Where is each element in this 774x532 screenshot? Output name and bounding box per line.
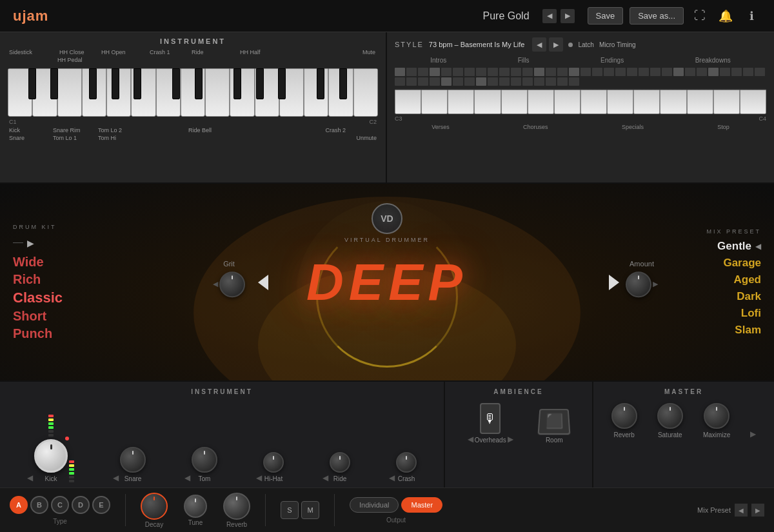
key-b-4[interactable]	[112, 68, 119, 99]
type-btn-a[interactable]: A	[10, 496, 28, 514]
tune-knob[interactable]	[184, 495, 207, 518]
kick-left-arrow[interactable]: ◀	[27, 473, 33, 482]
instrument-keyboard[interactable]	[8, 68, 378, 117]
key-w-3[interactable]	[57, 68, 82, 117]
style-cell[interactable]	[697, 68, 707, 76]
style-prev-button[interactable]: ◀	[532, 37, 546, 52]
style-cell[interactable]	[430, 77, 440, 86]
overheads-left-arrow[interactable]: ◀	[468, 435, 473, 444]
amount-right-arrow[interactable]: ▶	[653, 280, 658, 288]
key-b-7[interactable]	[195, 68, 203, 99]
mix-preset-prev-button[interactable]: ◀	[735, 504, 748, 517]
style-cell[interactable]	[720, 68, 730, 76]
mix-item-lofi[interactable]: Lofi	[741, 307, 761, 320]
style-key-w[interactable]	[501, 90, 528, 114]
style-cell[interactable]	[650, 68, 660, 76]
style-cell[interactable]	[453, 68, 463, 76]
key-b-9[interactable]	[256, 68, 264, 99]
key-b-8[interactable]	[233, 68, 241, 99]
crash-knob[interactable]	[396, 452, 417, 473]
style-cell[interactable]	[557, 68, 568, 76]
style-cell[interactable]	[464, 77, 475, 86]
style-cell[interactable]	[755, 68, 765, 76]
crash-left-arrow[interactable]: ◀	[389, 473, 395, 482]
style-cell[interactable]	[685, 68, 695, 76]
key-b-11[interactable]	[317, 68, 324, 99]
style-cell[interactable]	[522, 68, 533, 76]
ride-knob[interactable]	[330, 452, 350, 473]
overheads-right-arrow[interactable]: ▶	[508, 435, 513, 444]
output-master-button[interactable]: Master	[401, 497, 442, 513]
mix-item-slam[interactable]: Slam	[735, 324, 761, 337]
style-cell[interactable]	[534, 77, 544, 86]
style-cell[interactable]	[511, 77, 521, 86]
mute-button[interactable]: M	[301, 501, 319, 519]
style-cell[interactable]	[476, 77, 486, 86]
style-cell[interactable]	[662, 68, 672, 76]
type-btn-b[interactable]: B	[30, 496, 48, 514]
style-key-w[interactable]	[395, 90, 421, 114]
style-cell[interactable]	[522, 77, 533, 86]
style-cell[interactable]	[546, 68, 556, 76]
key-b-6[interactable]	[172, 68, 180, 99]
style-cell[interactable]	[731, 68, 742, 76]
triangle-right-arrow[interactable]	[609, 275, 619, 290]
style-cell[interactable]	[569, 77, 579, 86]
style-cell[interactable]	[441, 77, 452, 86]
key-b-12[interactable]	[339, 68, 347, 99]
mix-item-garage[interactable]: Garage	[723, 257, 761, 270]
style-key-w[interactable]	[421, 90, 448, 114]
save-as-button[interactable]: Save as...	[630, 7, 684, 25]
style-cell[interactable]	[406, 77, 417, 86]
tom-knob[interactable]	[192, 447, 217, 473]
style-cell[interactable]	[743, 68, 753, 76]
hihat-left-arrow[interactable]: ◀	[256, 473, 262, 482]
style-cell[interactable]	[604, 68, 614, 76]
type-btn-e[interactable]: E	[92, 496, 110, 514]
style-key-w[interactable]	[474, 90, 501, 114]
style-cell[interactable]	[395, 77, 405, 86]
style-cell[interactable]	[511, 68, 521, 76]
style-cell[interactable]	[488, 77, 498, 86]
notification-button[interactable]: 🔔	[716, 6, 735, 26]
preset-next-button[interactable]: ▶	[561, 9, 575, 23]
style-cell[interactable]	[499, 68, 510, 76]
preset-prev-button[interactable]: ◀	[542, 9, 557, 23]
style-cell[interactable]	[488, 68, 498, 76]
master-maximize-knob[interactable]	[704, 403, 729, 429]
type-btn-c[interactable]: C	[51, 496, 69, 514]
micro-timing-button[interactable]: Micro Timing	[599, 41, 636, 48]
style-cell[interactable]	[406, 68, 417, 76]
style-cell[interactable]	[453, 77, 463, 86]
style-cell[interactable]	[430, 68, 440, 76]
style-cell[interactable]	[395, 68, 405, 76]
style-cell[interactable]	[534, 68, 544, 76]
style-cell[interactable]	[557, 77, 568, 86]
snare-left-arrow[interactable]: ◀	[113, 473, 119, 482]
style-key-w[interactable]	[607, 90, 633, 114]
solo-button[interactable]: S	[281, 501, 299, 519]
style-cell[interactable]	[418, 77, 428, 86]
grit-knob[interactable]	[219, 271, 245, 297]
inst-reverb-knob[interactable]	[223, 493, 250, 520]
decay-knob[interactable]	[141, 493, 168, 520]
grit-left-arrow[interactable]: ◀	[213, 280, 218, 288]
kit-item-classic[interactable]: Classic	[13, 290, 63, 306]
gentle-arrow[interactable]: ◀	[755, 242, 761, 251]
tom-left-arrow[interactable]: ◀	[184, 473, 190, 482]
mix-preset-next-button[interactable]: ▶	[751, 504, 764, 517]
master-right-arrow[interactable]: ▶	[750, 429, 756, 438]
master-reverb-knob[interactable]	[611, 403, 637, 429]
style-key-w[interactable]	[580, 90, 607, 114]
style-cell[interactable]	[546, 77, 556, 86]
key-b-5[interactable]	[134, 68, 141, 99]
style-key-w[interactable]	[554, 90, 580, 114]
style-cell[interactable]	[464, 68, 475, 76]
kit-item-rich[interactable]: Rich	[13, 272, 63, 287]
style-key-w[interactable]	[740, 90, 766, 114]
style-keyboard[interactable]	[395, 88, 766, 114]
style-cell[interactable]	[418, 68, 428, 76]
save-button[interactable]: Save	[588, 7, 624, 25]
style-cell[interactable]	[580, 68, 591, 76]
style-cell[interactable]	[673, 68, 684, 76]
